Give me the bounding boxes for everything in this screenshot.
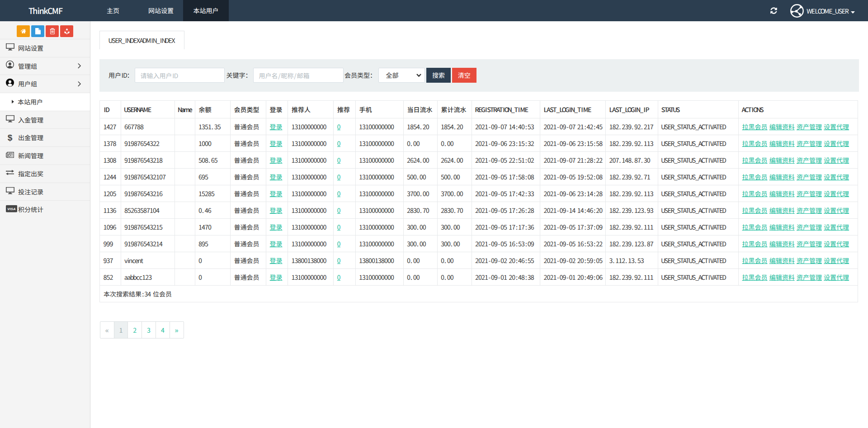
svg-text:VISA: VISA	[7, 207, 16, 211]
